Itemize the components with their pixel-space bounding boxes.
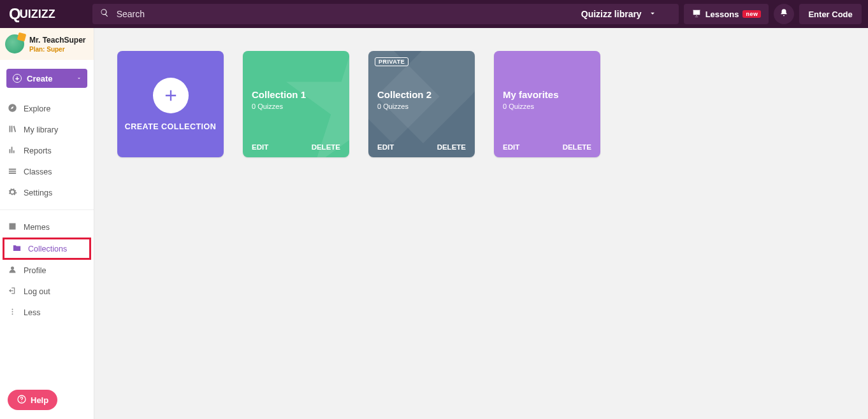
more-icon [8, 307, 24, 318]
sidebar-item-less[interactable]: Less [0, 302, 94, 323]
sidebar-item-label: Collections [28, 245, 67, 253]
help-icon [17, 394, 31, 406]
sidebar-item-label: Log out [24, 287, 50, 296]
nav-primary: Explore My library Reports Classes Setti… [0, 94, 94, 207]
create-collection-label: CREATE COLLECTION [125, 122, 217, 131]
image-icon [8, 222, 24, 233]
user-block[interactable]: Mr. TeachSuper Plan: Super [0, 28, 94, 60]
compass-icon [8, 103, 24, 115]
sidebar-item-explore[interactable]: Explore [0, 98, 94, 119]
sidebar-item-logout[interactable]: Log out [0, 281, 94, 302]
svg-point-0 [12, 308, 13, 309]
edit-button[interactable]: EDIT [252, 143, 268, 151]
presentation-icon [691, 9, 705, 20]
divider [0, 210, 94, 210]
sidebar-item-reports[interactable]: Reports [0, 140, 94, 161]
plus-circle-icon [153, 78, 189, 113]
sidebar-item-memes[interactable]: Memes [0, 217, 94, 238]
highlight-box: Collections [3, 238, 91, 260]
chart-icon [8, 145, 24, 157]
lessons-label: Lessons [705, 10, 739, 19]
create-button-label: Create [27, 74, 52, 83]
user-name: Mr. TeachSuper [29, 36, 85, 45]
topbar: QUIZIZZ Quizizz library Lessons new Ente… [0, 0, 868, 28]
folder-icon [12, 243, 28, 255]
enter-code-button[interactable]: Enter Code [799, 4, 861, 24]
sidebar-item-label: Memes [24, 223, 50, 232]
help-label: Help [31, 395, 48, 405]
collection-subtitle: 0 Quizzes [377, 103, 466, 110]
gear-icon [8, 187, 24, 199]
nav-secondary: Memes Collections Profile Log out Less [0, 213, 94, 327]
sidebar-item-label: Less [24, 308, 40, 317]
collection-cards: CREATE COLLECTION Collection 1 0 Quizzes… [117, 51, 868, 157]
chevron-down-icon [642, 9, 665, 20]
search-container: Quizizz library [92, 4, 679, 24]
books-icon [8, 124, 24, 136]
card-actions: EDIT DELETE [377, 143, 466, 151]
collection-title: Collection 2 [377, 89, 466, 100]
layout: Mr. TeachSuper Plan: Super + Create Expl… [0, 28, 868, 419]
sidebar-item-settings[interactable]: Settings [0, 182, 94, 203]
create-button[interactable]: + Create [6, 69, 87, 88]
lessons-button[interactable]: Lessons new [684, 4, 769, 24]
sidebar-item-label: My library [24, 125, 58, 134]
collection-card[interactable]: Collection 1 0 Quizzes EDIT DELETE [243, 51, 349, 157]
user-plan: Plan: Super [29, 46, 85, 53]
search-input[interactable] [117, 9, 575, 19]
logout-icon [8, 286, 24, 297]
help-button[interactable]: Help [8, 390, 57, 410]
svg-point-1 [12, 311, 13, 312]
logo[interactable]: QUIZIZZ [5, 5, 61, 23]
sidebar-item-label: Profile [24, 266, 46, 275]
library-dropdown[interactable]: Quizizz library [575, 4, 671, 24]
edit-button[interactable]: EDIT [503, 143, 519, 151]
caret-down-icon [76, 74, 82, 83]
notifications-button[interactable] [774, 4, 794, 24]
classes-icon [8, 166, 24, 178]
card-actions: EDIT DELETE [252, 143, 340, 151]
sidebar-item-collections[interactable]: Collections [4, 239, 89, 258]
sidebar-item-label: Classes [24, 167, 52, 176]
create-collection-card[interactable]: CREATE COLLECTION [117, 51, 224, 157]
new-badge: new [742, 10, 761, 18]
card-actions: EDIT DELETE [503, 143, 591, 151]
private-badge: PRIVATE [375, 57, 409, 66]
sidebar-item-label: Reports [24, 146, 52, 155]
search-icon [100, 8, 117, 20]
collection-subtitle: 0 Quizzes [503, 103, 591, 110]
main-content: CREATE COLLECTION Collection 1 0 Quizzes… [94, 28, 868, 419]
sidebar-item-mylibrary[interactable]: My library [0, 119, 94, 140]
user-icon [8, 265, 24, 276]
avatar [5, 34, 24, 53]
sidebar-item-label: Settings [24, 188, 52, 197]
collection-card[interactable]: My favorites 0 Quizzes EDIT DELETE [494, 51, 600, 157]
svg-point-2 [12, 313, 13, 315]
bell-icon [779, 8, 788, 20]
plus-circle-icon: + [13, 74, 22, 83]
collection-card[interactable]: PRIVATE Collection 2 0 Quizzes EDIT DELE… [368, 51, 475, 157]
edit-button[interactable]: EDIT [377, 143, 394, 151]
sidebar-item-label: Explore [24, 104, 50, 113]
enter-code-label: Enter Code [808, 10, 852, 19]
sidebar-item-classes[interactable]: Classes [0, 161, 94, 182]
delete-button[interactable]: DELETE [563, 143, 591, 151]
collection-subtitle: 0 Quizzes [252, 103, 340, 110]
collection-title: My favorites [503, 89, 591, 100]
collection-title: Collection 1 [252, 89, 340, 100]
library-dropdown-label: Quizizz library [581, 9, 642, 19]
sidebar-item-profile[interactable]: Profile [0, 260, 94, 281]
delete-button[interactable]: DELETE [437, 143, 466, 151]
sidebar: Mr. TeachSuper Plan: Super + Create Expl… [0, 28, 94, 419]
delete-button[interactable]: DELETE [312, 143, 340, 151]
